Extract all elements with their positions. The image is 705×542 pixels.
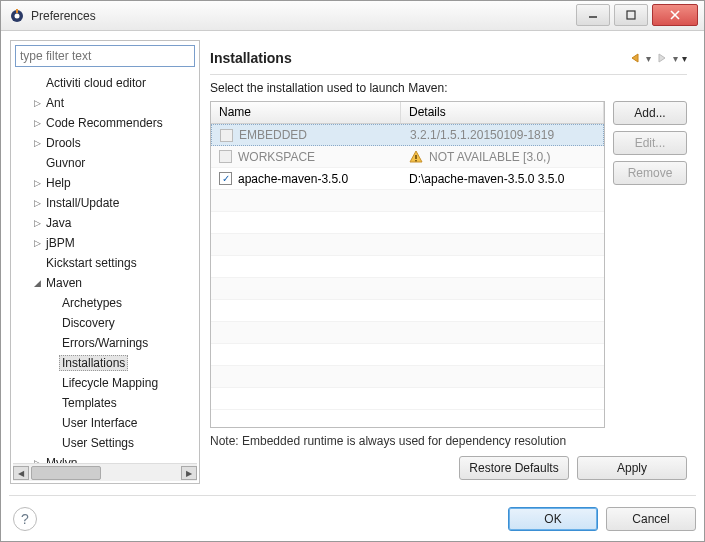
tree-item-label: Code Recommenders [43, 115, 166, 131]
table-row-empty [211, 322, 604, 344]
expand-icon[interactable]: ◢ [31, 278, 43, 288]
tree-item-label: Install/Update [43, 195, 122, 211]
tree-item[interactable]: Lifecycle Mapping [13, 373, 197, 393]
svg-rect-2 [16, 9, 18, 13]
row-checkbox [219, 150, 232, 163]
preferences-tree-panel: Activiti cloud editor▷Ant▷Code Recommend… [10, 40, 200, 484]
table-row-empty [211, 344, 604, 366]
table-row[interactable]: ✓apache-maven-3.5.0D:\apache-maven-3.5.0… [211, 168, 604, 190]
tree-item-label: User Settings [59, 435, 137, 451]
expand-icon[interactable]: ▷ [31, 178, 43, 188]
row-name: WORKSPACE [238, 150, 315, 164]
tree-item-label: Mylyn [43, 455, 80, 463]
dropdown-icon[interactable]: ▾ [646, 53, 651, 64]
tree-item[interactable]: Installations [13, 353, 197, 373]
tree-item[interactable]: ▷Code Recommenders [13, 113, 197, 133]
scroll-thumb[interactable] [31, 466, 101, 480]
tree-item[interactable]: Activiti cloud editor [13, 73, 197, 93]
svg-rect-7 [415, 155, 416, 159]
tree-item-label: Discovery [59, 315, 118, 331]
table-row-empty [211, 388, 604, 410]
edit-button[interactable]: Edit... [613, 131, 687, 155]
table-row-empty [211, 234, 604, 256]
tree-item[interactable]: Errors/Warnings [13, 333, 197, 353]
remove-button[interactable]: Remove [613, 161, 687, 185]
tree-item[interactable]: ▷Java [13, 213, 197, 233]
row-checkbox [220, 129, 233, 142]
close-button[interactable] [652, 4, 698, 26]
menu-icon[interactable]: ▾ [682, 53, 687, 64]
note-text: Note: Embedded runtime is always used fo… [210, 434, 687, 448]
tree-item-label: Errors/Warnings [59, 335, 151, 351]
tree-item-label: Lifecycle Mapping [59, 375, 161, 391]
cancel-button[interactable]: Cancel [606, 507, 696, 531]
window-title: Preferences [31, 9, 96, 23]
scroll-right-arrow[interactable]: ▶ [181, 466, 197, 480]
expand-icon[interactable]: ▷ [31, 218, 43, 228]
column-header-details[interactable]: Details [401, 102, 604, 123]
scroll-left-arrow[interactable]: ◀ [13, 466, 29, 480]
table-row[interactable]: EMBEDDED3.2.1/1.5.1.20150109-1819 [211, 124, 604, 146]
row-checkbox[interactable]: ✓ [219, 172, 232, 185]
tree-item[interactable]: Templates [13, 393, 197, 413]
table-row[interactable]: WORKSPACENOT AVAILABLE [3.0,) [211, 146, 604, 168]
table-row-empty [211, 366, 604, 388]
tree-item[interactable]: Guvnor [13, 153, 197, 173]
row-details: 3.2.1/1.5.1.20150109-1819 [410, 128, 554, 142]
expand-icon[interactable]: ▷ [31, 98, 43, 108]
tree-h-scrollbar[interactable]: ◀ ▶ [13, 463, 197, 481]
tree-item[interactable]: ▷Install/Update [13, 193, 197, 213]
tree-item-label: Maven [43, 275, 85, 291]
ok-button[interactable]: OK [508, 507, 598, 531]
tree-item-label: Ant [43, 95, 67, 111]
back-icon[interactable] [628, 51, 642, 65]
add-button[interactable]: Add... [613, 101, 687, 125]
divider [210, 74, 687, 75]
tree-item-label: jBPM [43, 235, 78, 251]
page-title: Installations [210, 50, 292, 66]
maximize-button[interactable] [614, 4, 648, 26]
window-titlebar: Preferences [1, 1, 704, 31]
preferences-page: Installations ▾ ▾ ▾ Select the installat… [200, 40, 695, 484]
help-icon[interactable]: ? [13, 507, 37, 531]
tree-item[interactable]: ▷Help [13, 173, 197, 193]
preferences-tree[interactable]: Activiti cloud editor▷Ant▷Code Recommend… [13, 73, 197, 463]
table-row-empty [211, 190, 604, 212]
tree-item-label: Java [43, 215, 74, 231]
tree-item[interactable]: ◢Maven [13, 273, 197, 293]
tree-item[interactable]: ▷Mylyn [13, 453, 197, 463]
installations-table: Name Details EMBEDDED3.2.1/1.5.1.2015010… [210, 101, 605, 428]
tree-item[interactable]: Discovery [13, 313, 197, 333]
tree-item[interactable]: User Interface [13, 413, 197, 433]
warning-icon [409, 150, 423, 164]
tree-item[interactable]: Kickstart settings [13, 253, 197, 273]
tree-item-label: Kickstart settings [43, 255, 140, 271]
page-description: Select the installation used to launch M… [210, 81, 687, 95]
expand-icon[interactable]: ▷ [31, 118, 43, 128]
filter-input[interactable] [15, 45, 195, 67]
tree-item[interactable]: ▷Drools [13, 133, 197, 153]
dialog-footer: ? OK Cancel [9, 495, 696, 533]
tree-item[interactable]: ▷Ant [13, 93, 197, 113]
column-header-name[interactable]: Name [211, 102, 401, 123]
table-row-empty [211, 212, 604, 234]
expand-icon[interactable]: ▷ [31, 198, 43, 208]
tree-item-label: Installations [59, 355, 128, 371]
apply-button[interactable]: Apply [577, 456, 687, 480]
row-details: NOT AVAILABLE [3.0,) [429, 150, 550, 164]
page-toolbar: ▾ ▾ ▾ [628, 51, 687, 65]
expand-icon[interactable]: ▷ [31, 238, 43, 248]
tree-item[interactable]: ▷jBPM [13, 233, 197, 253]
table-row-empty [211, 300, 604, 322]
restore-defaults-button[interactable]: Restore Defaults [459, 456, 569, 480]
tree-item[interactable]: User Settings [13, 433, 197, 453]
tree-item-label: Drools [43, 135, 84, 151]
expand-icon[interactable]: ▷ [31, 138, 43, 148]
tree-item-label: User Interface [59, 415, 140, 431]
svg-rect-8 [415, 160, 416, 161]
forward-icon[interactable] [655, 51, 669, 65]
minimize-button[interactable] [576, 4, 610, 26]
table-row-empty [211, 256, 604, 278]
dropdown-icon[interactable]: ▾ [673, 53, 678, 64]
tree-item[interactable]: Archetypes [13, 293, 197, 313]
